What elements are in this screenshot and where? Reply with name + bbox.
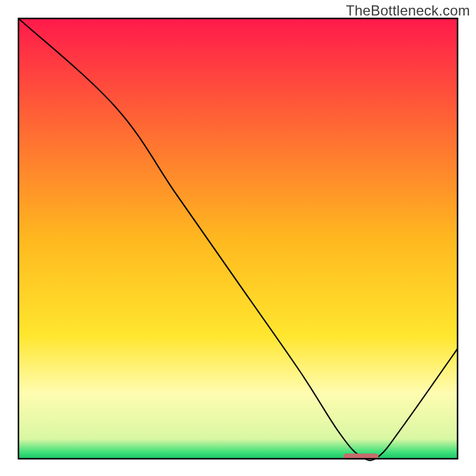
plot-background (18, 18, 458, 459)
bottleneck-chart (0, 0, 476, 476)
attribution-label: TheBottleneck.com (346, 2, 470, 19)
chart-container: TheBottleneck.com (0, 0, 476, 476)
